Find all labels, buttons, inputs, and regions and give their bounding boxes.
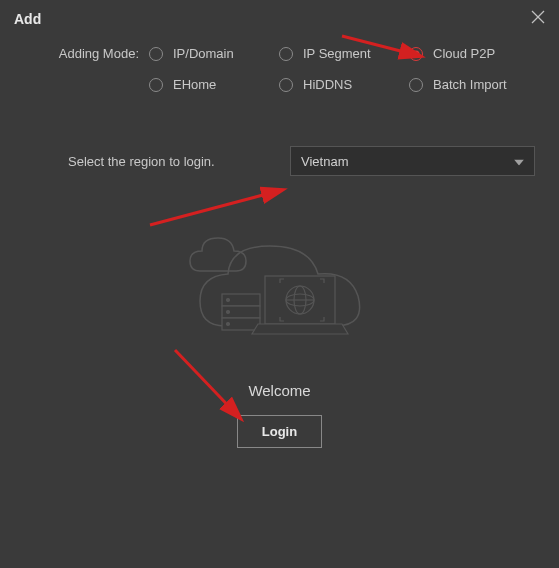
radio-label: HiDDNS xyxy=(303,77,352,92)
title-bar: Add xyxy=(0,0,559,34)
welcome-section: Welcome Login xyxy=(0,382,559,448)
radio-icon xyxy=(149,78,163,92)
svg-point-8 xyxy=(226,323,229,326)
radio-label: IP Segment xyxy=(303,46,371,61)
radio-icon xyxy=(409,78,423,92)
radio-label: EHome xyxy=(173,77,216,92)
radio-cloud-p2p[interactable]: Cloud P2P xyxy=(409,46,539,61)
radio-icon xyxy=(279,78,293,92)
radio-batch-import[interactable]: Batch Import xyxy=(409,77,539,92)
radio-ip-segment[interactable]: IP Segment xyxy=(279,46,409,61)
svg-point-6 xyxy=(226,299,229,302)
region-value: Vietnam xyxy=(301,154,348,169)
window-title: Add xyxy=(14,11,41,27)
svg-marker-2 xyxy=(514,160,524,166)
svg-point-7 xyxy=(226,311,229,314)
region-section: Select the region to login. Vietnam xyxy=(0,146,559,176)
radio-ehome[interactable]: EHome xyxy=(149,77,279,92)
radio-icon xyxy=(279,47,293,61)
radio-label: Cloud P2P xyxy=(433,46,495,61)
region-label: Select the region to login. xyxy=(20,154,290,169)
radio-ip-domain[interactable]: IP/Domain xyxy=(149,46,279,61)
radio-icon xyxy=(409,47,423,61)
close-icon[interactable] xyxy=(531,10,545,28)
login-button[interactable]: Login xyxy=(237,415,322,448)
cloud-illustration xyxy=(0,216,559,356)
radio-hiddns[interactable]: HiDDNS xyxy=(279,77,409,92)
welcome-text: Welcome xyxy=(0,382,559,399)
chevron-down-icon xyxy=(514,154,524,169)
region-dropdown[interactable]: Vietnam xyxy=(290,146,535,176)
radio-label: Batch Import xyxy=(433,77,507,92)
radio-label: IP/Domain xyxy=(173,46,234,61)
adding-mode-label: Adding Mode: xyxy=(20,46,149,61)
adding-mode-section: Adding Mode: IP/Domain IP Segment Cloud … xyxy=(0,34,559,92)
radio-icon xyxy=(149,47,163,61)
